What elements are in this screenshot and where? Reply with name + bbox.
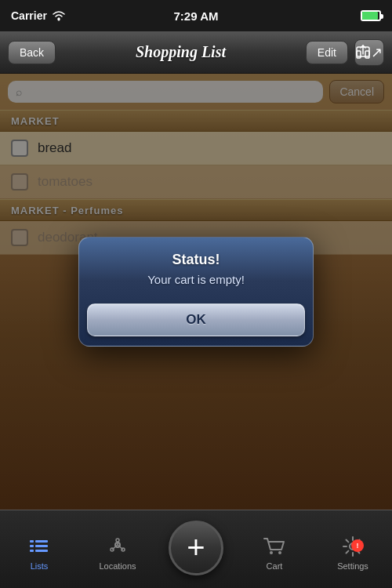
- svg-rect-7: [30, 545, 34, 547]
- tab-settings-label: Settings: [337, 561, 368, 571]
- svg-rect-8: [35, 545, 48, 547]
- battery-area: [361, 10, 381, 21]
- dialog-message: Your cart is empty!: [95, 273, 297, 286]
- svg-point-18: [270, 551, 273, 554]
- status-time: 7:29 AM: [174, 9, 219, 23]
- nav-bar: Back Shopping List Edit ↗: [0, 31, 392, 74]
- tab-settings[interactable]: ! Settings: [314, 528, 392, 571]
- lists-icon: [28, 537, 50, 556]
- tab-cart[interactable]: Cart: [235, 528, 314, 571]
- nav-title: Shopping List: [136, 43, 226, 61]
- badge-count: !: [357, 542, 359, 550]
- cart-icon-wrap: [260, 535, 289, 558]
- carrier-text: Carrier: [11, 9, 66, 22]
- locations-icon: [107, 535, 129, 557]
- edit-button[interactable]: Edit: [306, 41, 348, 64]
- back-button[interactable]: Back: [8, 41, 56, 64]
- svg-rect-10: [35, 550, 48, 552]
- dialog-overlay: Status! Your cart is empty! OK: [0, 74, 392, 510]
- tab-bar: Lists Locations +: [0, 510, 392, 588]
- svg-point-19: [278, 551, 281, 554]
- settings-icon-wrap: !: [339, 535, 367, 558]
- svg-point-0: [57, 19, 60, 21]
- tab-locations-label: Locations: [99, 561, 136, 571]
- dialog-button-area: OK: [79, 297, 313, 346]
- battery-icon: [361, 10, 381, 21]
- tab-lists-label: Lists: [31, 561, 49, 571]
- cart-icon: [263, 535, 286, 557]
- dialog-body: Status! Your cart is empty!: [79, 238, 313, 297]
- share-button[interactable]: ↗: [354, 39, 384, 66]
- share-icon: [355, 45, 371, 60]
- alert-dialog: Status! Your cart is empty! OK: [78, 237, 314, 347]
- add-button[interactable]: +: [169, 521, 223, 575]
- dialog-ok-button[interactable]: OK: [87, 303, 305, 336]
- plus-icon: +: [187, 532, 205, 563]
- add-button-wrap: +: [157, 521, 235, 579]
- svg-point-16: [116, 539, 119, 542]
- svg-rect-9: [30, 550, 34, 552]
- lists-icon-wrap: [25, 535, 53, 558]
- status-bar: Carrier 7:29 AM: [0, 0, 392, 31]
- wifi-icon: [52, 10, 66, 21]
- dialog-title: Status!: [95, 252, 297, 268]
- settings-badge: !: [351, 539, 364, 552]
- main-content: ⌕ Cancel MARKET bread tomatoes MARKET - …: [0, 74, 392, 510]
- tab-locations[interactable]: Locations: [78, 528, 157, 571]
- svg-rect-6: [35, 540, 48, 543]
- tab-lists[interactable]: Lists: [0, 528, 78, 571]
- locations-icon-wrap: [103, 535, 132, 558]
- tab-cart-label: Cart: [267, 561, 283, 571]
- svg-rect-5: [30, 540, 34, 543]
